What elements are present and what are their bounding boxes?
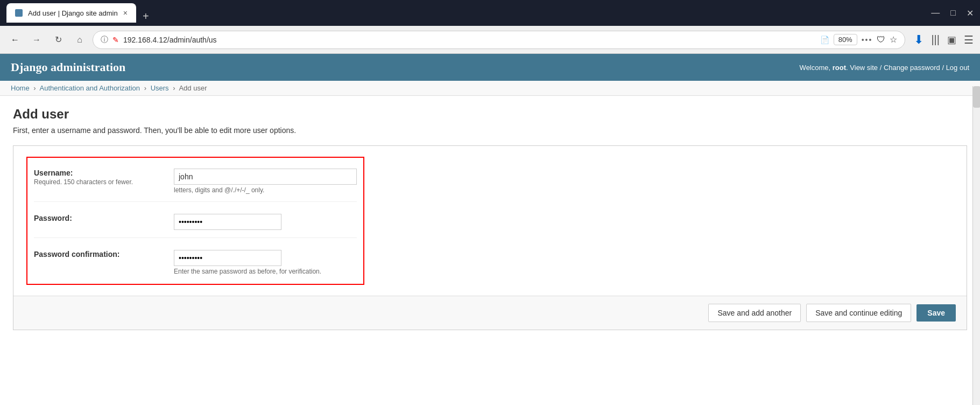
scrollbar-thumb[interactable]	[973, 86, 980, 108]
username-input[interactable]	[174, 169, 357, 185]
home-icon: ⌂	[77, 35, 82, 45]
close-button[interactable]: ✕	[967, 8, 974, 18]
reload-icon: ↻	[55, 34, 62, 45]
main-content: Add user First, enter a username and pas…	[0, 96, 980, 341]
password-input-col	[174, 214, 357, 230]
window-controls: — □ ✕	[931, 8, 974, 18]
tab-close-button[interactable]: ×	[123, 9, 128, 17]
active-tab[interactable]: Add user | Django site admin ×	[6, 3, 136, 23]
new-tab-button[interactable]: +	[136, 10, 156, 23]
more-icon[interactable]: •••	[862, 36, 873, 44]
scrollbar-track[interactable]	[972, 86, 980, 405]
breadcrumb-auth[interactable]: Authentication and Authorization	[40, 84, 140, 92]
change-password-link[interactable]: Change password	[884, 64, 940, 72]
save-button[interactable]: Save	[916, 304, 956, 322]
password-confirm-label: Password confirmation:	[34, 250, 174, 259]
address-url[interactable]: 192.168.4.12/admin/auth/us	[123, 36, 816, 44]
form-section: Username: Required. 150 characters or fe…	[13, 146, 967, 296]
back-icon: ←	[11, 35, 19, 45]
forward-icon: →	[32, 35, 41, 45]
info-icon: ⓘ	[101, 35, 108, 45]
username-label: Username:	[34, 169, 174, 177]
minimize-button[interactable]: —	[931, 8, 940, 18]
username-help1: Required. 150 characters or fewer.	[34, 178, 174, 186]
password-confirm-label-col: Password confirmation:	[34, 250, 174, 259]
secure-icon: ✎	[112, 36, 119, 44]
reload-button[interactable]: ↻	[50, 31, 67, 48]
reader-icon: 📄	[820, 36, 829, 44]
logout-link[interactable]: Log out	[946, 64, 969, 72]
back-button[interactable]: ←	[6, 31, 24, 48]
zoom-level[interactable]: 80%	[834, 34, 857, 45]
breadcrumb: Home › Authentication and Authorization …	[0, 81, 980, 96]
browser-toolbar: ← → ↻ ⌂ ⓘ ✎ 192.168.4.12/admin/auth/us 📄…	[0, 26, 980, 54]
breadcrumb-users[interactable]: Users	[151, 84, 169, 92]
password-confirm-hint: Enter the same password as before, for v…	[174, 268, 357, 275]
password-field-row: Password:	[34, 207, 357, 238]
password-confirm-input-col: Enter the same password as before, for v…	[174, 250, 357, 275]
username-field-row: Username: Required. 150 characters or fe…	[34, 162, 357, 202]
password-label: Password:	[34, 214, 174, 222]
password-confirm-input[interactable]	[174, 250, 281, 266]
welcome-text: Welcome,	[800, 64, 831, 72]
breadcrumb-home[interactable]: Home	[11, 84, 30, 92]
tab-favicon	[15, 9, 23, 17]
toolbar-icons: ⬇ ||| ▣ ☰	[914, 33, 974, 47]
tab-title: Add user | Django site admin	[28, 9, 118, 17]
django-header: Django administration Welcome, root. Vie…	[0, 54, 980, 81]
password-confirm-field-row: Password confirmation: Enter the same pa…	[34, 243, 357, 277]
save-add-another-button[interactable]: Save and add another	[708, 304, 801, 322]
fields-highlight-box: Username: Required. 150 characters or fe…	[26, 157, 364, 285]
submit-row: Save and add another Save and continue e…	[13, 296, 967, 330]
address-bar[interactable]: ⓘ ✎ 192.168.4.12/admin/auth/us 📄 80% •••…	[93, 31, 905, 49]
save-continue-button[interactable]: Save and continue editing	[806, 304, 911, 322]
menu-icon[interactable]: ☰	[964, 33, 974, 46]
download-icon[interactable]: ⬇	[914, 33, 923, 47]
user-info: Welcome, root. View site / Change passwo…	[800, 64, 969, 72]
username-label-col: Username: Required. 150 characters or fe…	[34, 169, 174, 186]
restore-button[interactable]: □	[950, 8, 956, 18]
username-hint: letters, digits and @/./+/-/_ only.	[174, 186, 357, 194]
django-site-title: Django administration	[11, 60, 125, 74]
view-site-link[interactable]: View site	[850, 64, 878, 72]
browser-titlebar: Add user | Django site admin × + — □ ✕	[0, 0, 980, 26]
library-icon[interactable]: |||	[931, 33, 940, 46]
sidebar-icon[interactable]: ▣	[947, 34, 956, 46]
password-input[interactable]	[174, 214, 281, 230]
page-subtitle: First, enter a username and password. Th…	[13, 126, 967, 135]
breadcrumb-current: Add user	[179, 84, 207, 92]
logged-in-username: root	[833, 64, 846, 72]
bookmark-icon[interactable]: ☆	[890, 34, 897, 45]
username-input-col: letters, digits and @/./+/-/_ only.	[174, 169, 357, 194]
page-title: Add user	[13, 107, 967, 122]
form-container: Username: Required. 150 characters or fe…	[13, 145, 967, 330]
home-button[interactable]: ⌂	[71, 31, 88, 48]
tab-bar: Add user | Django site admin × +	[6, 3, 927, 23]
pocket-icon[interactable]: 🛡	[877, 35, 885, 45]
forward-button[interactable]: →	[28, 31, 45, 48]
password-label-col: Password:	[34, 214, 174, 222]
